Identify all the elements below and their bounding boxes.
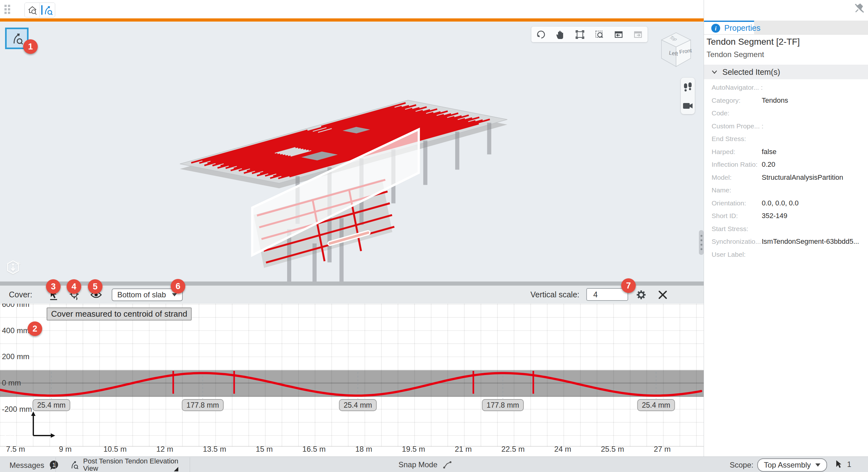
tab-properties[interactable]: i Properties [704, 21, 754, 34]
settings-gear-button[interactable] [634, 288, 648, 302]
property-fields: AutoNavigator... :Category:TendonsCode:C… [704, 81, 868, 261]
view-next-button[interactable] [628, 27, 648, 42]
svg-text:25.4 mm: 25.4 mm [37, 401, 65, 409]
view-navigation-toolbar [531, 27, 648, 42]
selected-element-title: Tendon Segment [2-TF] [707, 37, 800, 47]
annotation-badge-2: 2 [28, 322, 42, 336]
scope-control: Scope: Top Assembly [730, 459, 827, 472]
property-value: IsmTendonSegment-63bbdd5... [762, 237, 859, 246]
view-cube[interactable]: Left Front Top [659, 30, 693, 69]
walk-tool-icon[interactable] [683, 82, 692, 93]
svg-text:16.5 m: 16.5 m [302, 445, 326, 453]
tendon-elevation-icon [69, 460, 79, 469]
tendon-elevation-tool-button[interactable] [40, 3, 55, 17]
property-row: Start Stress: [704, 223, 868, 236]
svg-text:22.5 m: 22.5 m [501, 445, 524, 453]
unpin-icon[interactable] [854, 3, 865, 14]
cube-face-left: Left [669, 50, 678, 57]
svg-text:13.5 m: 13.5 m [203, 445, 226, 453]
selection-count-value: 1 [847, 460, 851, 469]
fit-view-button[interactable] [570, 27, 589, 42]
property-row: Inflection Ratio:0.20 [704, 158, 868, 171]
svg-text:24 m: 24 m [554, 445, 571, 453]
camera-tool-icon[interactable] [683, 102, 693, 110]
messages-button[interactable]: Messages 1 [9, 460, 59, 471]
svg-text:js: js [16, 260, 21, 265]
property-label: End Stress: [712, 135, 746, 143]
snap-mode-field[interactable]: Snap Mode [399, 460, 452, 469]
property-row: Short ID:352-149 [704, 209, 868, 223]
property-label: AutoNavigator... : [712, 84, 763, 91]
cover-toolbar: Cover: Bottom of slab Vertical scale: [0, 285, 704, 304]
cover-callout: 25.4 mm [33, 399, 70, 411]
svg-text:25.4 mm: 25.4 mm [344, 401, 372, 409]
snap-mode-icon [442, 460, 452, 469]
model-search-button[interactable] [25, 3, 40, 17]
annotation-badge-5: 5 [88, 279, 102, 294]
view-previous-button[interactable] [609, 27, 628, 42]
property-label: Model: [712, 174, 732, 181]
svg-text:7.5 m: 7.5 m [6, 445, 25, 453]
cursor-icon [835, 460, 843, 469]
svg-text:25.5 m: 25.5 m [601, 445, 624, 453]
vertical-scale-input[interactable] [586, 288, 628, 301]
property-row: Category:Tendons [704, 94, 868, 107]
pan-view-button[interactable] [551, 27, 570, 42]
svg-text:19.5 m: 19.5 m [402, 445, 425, 453]
close-panel-button[interactable] [655, 288, 670, 302]
tool-button-group [24, 3, 55, 18]
property-value: Tendons [762, 96, 788, 105]
tendon-elevation-chart[interactable]: 600 mm400 mm200 mm0 mm-200 mm7.5 m9 m10.… [0, 304, 704, 457]
snap-mode-label: Snap Mode [399, 460, 437, 469]
svg-text:400 mm: 400 mm [2, 326, 30, 335]
svg-text:15 m: 15 m [256, 445, 273, 453]
property-label: Name: [712, 187, 731, 194]
scope-label: Scope: [730, 461, 753, 469]
rotate-view-button[interactable] [531, 27, 551, 42]
annotation-badge-6: 6 [171, 279, 185, 294]
horizontal-splitter[interactable] [0, 281, 704, 285]
property-label: Short ID: [712, 212, 738, 220]
expand-handle[interactable] [174, 467, 178, 471]
svg-text:177.8 mm: 177.8 mm [487, 401, 519, 409]
annotation-badge-7: 7 [621, 278, 636, 293]
cover-reference-value: Bottom of slab [117, 290, 166, 299]
property-label: Synchronizatio... : [712, 238, 765, 245]
cover-label: Cover: [9, 290, 32, 299]
chevron-down-icon [172, 293, 177, 296]
camera-tools-panel [681, 78, 695, 114]
property-row: End Stress: [704, 133, 868, 145]
messages-label: Messages [9, 461, 44, 470]
cover-callout: 177.8 mm [182, 399, 223, 411]
panel-splitter-handle[interactable] [699, 230, 704, 255]
property-row: Harped:false [704, 145, 868, 159]
properties-panel: i Properties Tendon Segment [2-TF] Tendo… [704, 0, 868, 457]
property-label: Start Stress: [712, 225, 748, 233]
property-value: 0.20 [762, 160, 775, 169]
vertical-scale-label: Vertical scale: [530, 290, 579, 299]
property-value: false [762, 148, 776, 156]
active-indicator [41, 5, 42, 15]
svg-text:-200 mm: -200 mm [2, 405, 32, 413]
property-row: AutoNavigator... : [704, 81, 868, 94]
zoom-window-button[interactable] [589, 27, 609, 42]
statusbar-divider [190, 458, 190, 472]
property-label: Inflection Ratio: [712, 161, 757, 168]
property-label: User Label: [712, 251, 746, 258]
property-label: Harped: [712, 148, 735, 156]
cover-tooltip: Cover measured to centroid of strand [46, 307, 192, 321]
property-row: Name: [704, 184, 868, 197]
scope-value: Top Assembly [764, 461, 811, 469]
imodeljs-watermark: js [6, 260, 23, 278]
3d-view[interactable]: Left Front Top js [0, 22, 704, 281]
app-grip-icon[interactable] [4, 5, 11, 14]
svg-text:1: 1 [52, 462, 56, 468]
scope-dropdown[interactable]: Top Assembly [757, 459, 827, 472]
svg-text:9 m: 9 m [59, 445, 72, 453]
chevron-down-icon [815, 464, 820, 467]
svg-text:21 m: 21 m [455, 445, 472, 453]
section-selected-items[interactable]: Selected Item(s) [704, 65, 868, 79]
property-row: Model:StructuralAnalysisPartition [704, 171, 868, 184]
messages-count-badge: 1 [49, 460, 59, 471]
property-value: 352-149 [762, 212, 787, 220]
